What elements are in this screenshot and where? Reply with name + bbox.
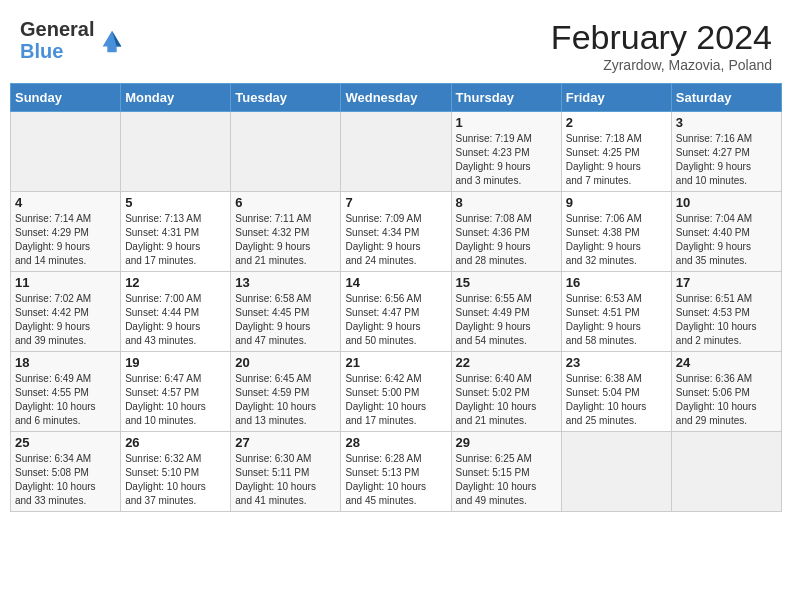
calendar-day-cell: 25Sunrise: 6:34 AM Sunset: 5:08 PM Dayli… bbox=[11, 432, 121, 512]
day-number: 2 bbox=[566, 115, 667, 130]
calendar-day-cell bbox=[671, 432, 781, 512]
calendar-day-cell: 7Sunrise: 7:09 AM Sunset: 4:34 PM Daylig… bbox=[341, 192, 451, 272]
weekday-header: Tuesday bbox=[231, 84, 341, 112]
day-info: Sunrise: 6:56 AM Sunset: 4:47 PM Dayligh… bbox=[345, 292, 446, 348]
weekday-header: Monday bbox=[121, 84, 231, 112]
day-info: Sunrise: 7:18 AM Sunset: 4:25 PM Dayligh… bbox=[566, 132, 667, 188]
day-number: 1 bbox=[456, 115, 557, 130]
day-number: 20 bbox=[235, 355, 336, 370]
day-number: 4 bbox=[15, 195, 116, 210]
calendar-week-row: 25Sunrise: 6:34 AM Sunset: 5:08 PM Dayli… bbox=[11, 432, 782, 512]
location-title: Zyrardow, Mazovia, Poland bbox=[551, 57, 772, 73]
day-info: Sunrise: 6:36 AM Sunset: 5:06 PM Dayligh… bbox=[676, 372, 777, 428]
day-number: 10 bbox=[676, 195, 777, 210]
calendar-day-cell: 26Sunrise: 6:32 AM Sunset: 5:10 PM Dayli… bbox=[121, 432, 231, 512]
calendar-day-cell: 22Sunrise: 6:40 AM Sunset: 5:02 PM Dayli… bbox=[451, 352, 561, 432]
svg-marker-0 bbox=[103, 31, 122, 52]
day-number: 18 bbox=[15, 355, 116, 370]
title-area: February 2024 Zyrardow, Mazovia, Poland bbox=[551, 18, 772, 73]
day-number: 6 bbox=[235, 195, 336, 210]
day-info: Sunrise: 7:14 AM Sunset: 4:29 PM Dayligh… bbox=[15, 212, 116, 268]
day-info: Sunrise: 6:34 AM Sunset: 5:08 PM Dayligh… bbox=[15, 452, 116, 508]
day-number: 5 bbox=[125, 195, 226, 210]
day-number: 9 bbox=[566, 195, 667, 210]
day-info: Sunrise: 7:08 AM Sunset: 4:36 PM Dayligh… bbox=[456, 212, 557, 268]
calendar-day-cell: 4Sunrise: 7:14 AM Sunset: 4:29 PM Daylig… bbox=[11, 192, 121, 272]
day-number: 13 bbox=[235, 275, 336, 290]
calendar-day-cell: 13Sunrise: 6:58 AM Sunset: 4:45 PM Dayli… bbox=[231, 272, 341, 352]
day-info: Sunrise: 7:00 AM Sunset: 4:44 PM Dayligh… bbox=[125, 292, 226, 348]
day-number: 17 bbox=[676, 275, 777, 290]
day-number: 15 bbox=[456, 275, 557, 290]
calendar-day-cell: 16Sunrise: 6:53 AM Sunset: 4:51 PM Dayli… bbox=[561, 272, 671, 352]
day-info: Sunrise: 7:06 AM Sunset: 4:38 PM Dayligh… bbox=[566, 212, 667, 268]
day-info: Sunrise: 6:55 AM Sunset: 4:49 PM Dayligh… bbox=[456, 292, 557, 348]
day-info: Sunrise: 6:42 AM Sunset: 5:00 PM Dayligh… bbox=[345, 372, 446, 428]
day-number: 25 bbox=[15, 435, 116, 450]
day-info: Sunrise: 7:11 AM Sunset: 4:32 PM Dayligh… bbox=[235, 212, 336, 268]
day-info: Sunrise: 6:53 AM Sunset: 4:51 PM Dayligh… bbox=[566, 292, 667, 348]
day-number: 28 bbox=[345, 435, 446, 450]
day-info: Sunrise: 6:38 AM Sunset: 5:04 PM Dayligh… bbox=[566, 372, 667, 428]
page-header: General Blue February 2024 Zyrardow, Maz… bbox=[10, 10, 782, 77]
calendar-day-cell bbox=[121, 112, 231, 192]
calendar-day-cell: 24Sunrise: 6:36 AM Sunset: 5:06 PM Dayli… bbox=[671, 352, 781, 432]
day-number: 14 bbox=[345, 275, 446, 290]
weekday-header: Wednesday bbox=[341, 84, 451, 112]
day-number: 16 bbox=[566, 275, 667, 290]
logo-blue: Blue bbox=[20, 40, 94, 62]
calendar-day-cell: 18Sunrise: 6:49 AM Sunset: 4:55 PM Dayli… bbox=[11, 352, 121, 432]
calendar-day-cell: 9Sunrise: 7:06 AM Sunset: 4:38 PM Daylig… bbox=[561, 192, 671, 272]
logo-general: General bbox=[20, 18, 94, 40]
weekday-header: Friday bbox=[561, 84, 671, 112]
day-number: 29 bbox=[456, 435, 557, 450]
calendar-day-cell: 20Sunrise: 6:45 AM Sunset: 4:59 PM Dayli… bbox=[231, 352, 341, 432]
calendar-week-row: 1Sunrise: 7:19 AM Sunset: 4:23 PM Daylig… bbox=[11, 112, 782, 192]
day-number: 7 bbox=[345, 195, 446, 210]
weekday-header: Sunday bbox=[11, 84, 121, 112]
day-info: Sunrise: 6:28 AM Sunset: 5:13 PM Dayligh… bbox=[345, 452, 446, 508]
day-info: Sunrise: 7:19 AM Sunset: 4:23 PM Dayligh… bbox=[456, 132, 557, 188]
calendar-day-cell: 19Sunrise: 6:47 AM Sunset: 4:57 PM Dayli… bbox=[121, 352, 231, 432]
logo-text: General Blue bbox=[20, 18, 94, 62]
day-number: 26 bbox=[125, 435, 226, 450]
calendar-day-cell: 10Sunrise: 7:04 AM Sunset: 4:40 PM Dayli… bbox=[671, 192, 781, 272]
day-info: Sunrise: 7:02 AM Sunset: 4:42 PM Dayligh… bbox=[15, 292, 116, 348]
day-number: 19 bbox=[125, 355, 226, 370]
weekday-header: Saturday bbox=[671, 84, 781, 112]
calendar-day-cell: 27Sunrise: 6:30 AM Sunset: 5:11 PM Dayli… bbox=[231, 432, 341, 512]
day-info: Sunrise: 7:04 AM Sunset: 4:40 PM Dayligh… bbox=[676, 212, 777, 268]
calendar-day-cell: 17Sunrise: 6:51 AM Sunset: 4:53 PM Dayli… bbox=[671, 272, 781, 352]
calendar-day-cell: 21Sunrise: 6:42 AM Sunset: 5:00 PM Dayli… bbox=[341, 352, 451, 432]
calendar-day-cell: 23Sunrise: 6:38 AM Sunset: 5:04 PM Dayli… bbox=[561, 352, 671, 432]
day-info: Sunrise: 6:45 AM Sunset: 4:59 PM Dayligh… bbox=[235, 372, 336, 428]
calendar-day-cell: 3Sunrise: 7:16 AM Sunset: 4:27 PM Daylig… bbox=[671, 112, 781, 192]
calendar-week-row: 18Sunrise: 6:49 AM Sunset: 4:55 PM Dayli… bbox=[11, 352, 782, 432]
calendar-day-cell bbox=[341, 112, 451, 192]
day-number: 24 bbox=[676, 355, 777, 370]
calendar-day-cell bbox=[561, 432, 671, 512]
calendar-day-cell: 28Sunrise: 6:28 AM Sunset: 5:13 PM Dayli… bbox=[341, 432, 451, 512]
day-info: Sunrise: 6:32 AM Sunset: 5:10 PM Dayligh… bbox=[125, 452, 226, 508]
day-info: Sunrise: 6:58 AM Sunset: 4:45 PM Dayligh… bbox=[235, 292, 336, 348]
weekday-header: Thursday bbox=[451, 84, 561, 112]
day-info: Sunrise: 6:25 AM Sunset: 5:15 PM Dayligh… bbox=[456, 452, 557, 508]
logo-icon bbox=[98, 26, 126, 54]
day-number: 11 bbox=[15, 275, 116, 290]
day-info: Sunrise: 7:13 AM Sunset: 4:31 PM Dayligh… bbox=[125, 212, 226, 268]
calendar-day-cell: 12Sunrise: 7:00 AM Sunset: 4:44 PM Dayli… bbox=[121, 272, 231, 352]
day-info: Sunrise: 6:49 AM Sunset: 4:55 PM Dayligh… bbox=[15, 372, 116, 428]
calendar-day-cell: 29Sunrise: 6:25 AM Sunset: 5:15 PM Dayli… bbox=[451, 432, 561, 512]
calendar-header-row: SundayMondayTuesdayWednesdayThursdayFrid… bbox=[11, 84, 782, 112]
logo: General Blue bbox=[20, 18, 126, 62]
day-number: 3 bbox=[676, 115, 777, 130]
calendar-day-cell: 15Sunrise: 6:55 AM Sunset: 4:49 PM Dayli… bbox=[451, 272, 561, 352]
calendar-day-cell bbox=[11, 112, 121, 192]
calendar-day-cell bbox=[231, 112, 341, 192]
calendar-week-row: 11Sunrise: 7:02 AM Sunset: 4:42 PM Dayli… bbox=[11, 272, 782, 352]
day-info: Sunrise: 6:40 AM Sunset: 5:02 PM Dayligh… bbox=[456, 372, 557, 428]
day-info: Sunrise: 6:30 AM Sunset: 5:11 PM Dayligh… bbox=[235, 452, 336, 508]
day-number: 22 bbox=[456, 355, 557, 370]
calendar-day-cell: 14Sunrise: 6:56 AM Sunset: 4:47 PM Dayli… bbox=[341, 272, 451, 352]
month-year-title: February 2024 bbox=[551, 18, 772, 57]
